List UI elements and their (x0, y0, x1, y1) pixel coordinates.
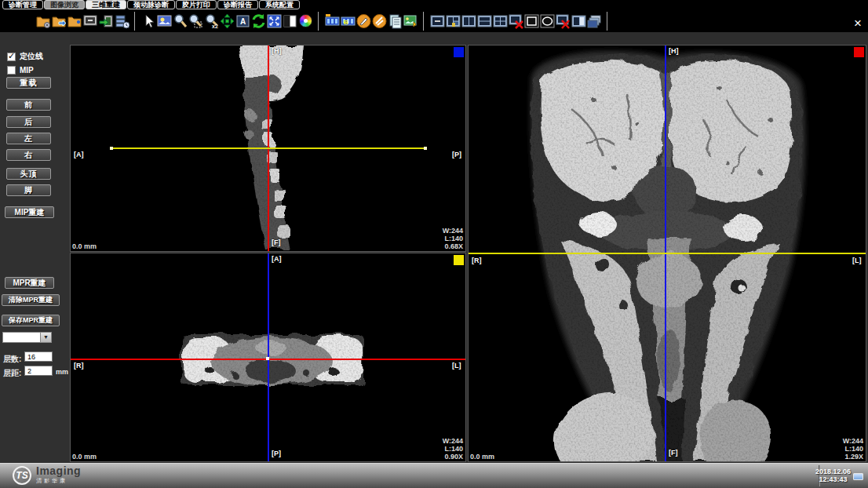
tab-system-config[interactable]: 系统配置 (259, 0, 300, 9)
logo-ts-icon: TS (13, 466, 31, 485)
batch-images-icon[interactable] (586, 13, 603, 30)
right-button[interactable]: 右 (6, 149, 51, 161)
layout-delete-icon[interactable] (508, 13, 524, 30)
viewport-sagittal[interactable]: [H] [A] [P] [F] 0.0 mm W:244 L:140 0.68X (70, 45, 466, 252)
orientation-label-f: [F] (272, 239, 281, 246)
locator-line-checkbox-row[interactable]: ✓ 定位线 (7, 51, 43, 62)
foot-button[interactable]: 脚 (6, 184, 51, 196)
menu-bar: 诊断管理 图像浏览 三维重建 颈动脉诊断 胶片打印 诊断报告 系统配置 (0, 0, 868, 10)
color-palette-icon[interactable] (297, 13, 314, 30)
series-dropdown-value (3, 333, 40, 342)
layout-compare-icon[interactable] (445, 13, 461, 30)
orientation-label-a: [A] (272, 255, 282, 263)
open-study-folder-icon[interactable] (35, 13, 52, 30)
svg-text:B: B (344, 19, 348, 26)
dropdown-arrow-icon[interactable]: ▼ (40, 333, 51, 342)
sidebar-panel: ✓ 定位线 MIP 重载 前 后 左 右 头顶 脚 MIP重建 MPR重建 清除… (0, 32, 70, 463)
layers-input[interactable] (24, 351, 53, 362)
zoom-icon[interactable] (172, 13, 188, 30)
import-folder-icon[interactable] (51, 13, 67, 30)
head-button[interactable]: 头顶 (6, 168, 51, 180)
zoom-region-icon[interactable] (188, 13, 204, 30)
roi-rect-icon[interactable] (523, 13, 540, 30)
sagittal-ruler-label: 0.0 mm (72, 242, 97, 250)
add-folder-icon[interactable] (67, 13, 83, 30)
sagittal-locator-horizontal[interactable] (111, 147, 425, 149)
zoom-2x-icon[interactable]: x2 (203, 13, 220, 30)
layout-2x2-icon[interactable] (492, 13, 509, 30)
save-mpr-button[interactable]: 保存MPR重建 (2, 315, 60, 326)
axial-crosshair-center (266, 357, 269, 360)
film-import-icon[interactable] (324, 13, 341, 30)
image-export-icon[interactable] (403, 13, 419, 30)
back-button[interactable]: 后 (6, 116, 51, 128)
reload-button[interactable]: 重载 (6, 77, 51, 89)
date-label: 2018.12.06 (815, 468, 851, 475)
mip-checkbox-row[interactable]: MIP (7, 66, 34, 75)
datetime-display: 2018.12.06 12:43:43 (815, 468, 851, 483)
left-button[interactable]: 左 (6, 133, 51, 144)
viewport-coronal[interactable]: [H] [R] [L] [F] 0.0 mm W:244 L:140 1.29X (468, 45, 866, 462)
orientation-label-h: [H] (272, 47, 282, 55)
mip-rebuild-button[interactable]: MIP重建 (5, 206, 54, 218)
brand-name: Imaging (36, 466, 81, 476)
layout-2col-icon[interactable] (461, 13, 477, 30)
coronal-locator-horizontal[interactable] (469, 253, 866, 254)
brand-logo: TS Imaging 清影华康 (13, 466, 81, 485)
image-display-icon[interactable] (156, 13, 173, 30)
spacing-unit-label: mm (56, 368, 68, 376)
annotation-icon[interactable]: A (235, 13, 251, 30)
tab-diagnosis-management[interactable]: 诊断管理 (2, 0, 43, 9)
axial-link-indicator[interactable] (454, 255, 464, 265)
coronal-link-indicator[interactable] (854, 47, 864, 57)
main-area: ✓ 定位线 MIP 重载 前 后 左 右 头顶 脚 MIP重建 MPR重建 清除… (0, 32, 868, 463)
archive-database-icon[interactable] (114, 13, 130, 30)
layout-2row-icon[interactable] (476, 13, 493, 30)
sagittal-window-level: W:244 L:140 0.68X (443, 227, 463, 250)
layers-label: 层数: (3, 354, 21, 365)
brand-subtitle: 清影华康 (36, 477, 81, 485)
tab-diagnosis-report[interactable]: 诊断报告 (217, 0, 258, 9)
checkmark-icon: ✓ (8, 51, 15, 61)
sagittal-link-indicator[interactable] (454, 47, 464, 57)
screen-settings-icon[interactable] (82, 13, 99, 30)
window-level-icon[interactable] (282, 13, 298, 30)
tab-carotid-diagnosis[interactable]: 颈动脉诊断 (127, 0, 175, 9)
refresh-icon[interactable] (250, 13, 267, 30)
orientation-label-l: [L] (852, 257, 862, 264)
tab-3d-reconstruction[interactable]: 三维重建 (86, 0, 126, 9)
tab-image-browse[interactable]: 图像浏览 (44, 0, 85, 9)
delete-roi-icon[interactable] (555, 13, 571, 30)
roi-ellipse-icon[interactable] (539, 13, 556, 30)
pan-icon[interactable] (219, 13, 235, 30)
edit-measure-icon[interactable] (356, 13, 372, 30)
mpr-rebuild-button[interactable]: MPR重建 (5, 277, 54, 289)
input-method-icon[interactable] (853, 473, 863, 480)
report-copy-icon[interactable] (387, 13, 403, 30)
coronal-ruler-label: 0.0 mm (470, 453, 494, 461)
close-window-button[interactable]: × (854, 17, 862, 30)
layout-vertical-icon[interactable] (571, 13, 587, 30)
edit-tools-icon[interactable] (371, 13, 388, 30)
series-dropdown[interactable]: ▼ (2, 332, 52, 343)
clear-mpr-button[interactable]: 清除MPR重建 (2, 294, 60, 306)
viewport-axial[interactable]: [A] [R] [L] [P] 0.0 mm W:244 L:140 0.90X (70, 253, 466, 462)
layout-single-icon[interactable] (429, 13, 446, 30)
pointer-cursor-icon[interactable] (140, 13, 157, 30)
svg-text:x2: x2 (212, 24, 218, 29)
front-button[interactable]: 前 (6, 99, 51, 111)
axial-ruler-label: 0.0 mm (72, 453, 97, 461)
film-export-icon[interactable]: B (340, 13, 356, 30)
orientation-label-f: [F] (669, 449, 678, 457)
toolbar: x2 A B (0, 10, 868, 32)
status-bar: TS Imaging 清影华康 2018.12.06 12:43:43 (0, 463, 868, 488)
export-study-icon[interactable] (98, 13, 115, 30)
orientation-label-r: [R] (472, 257, 482, 264)
orientation-label-p: [P] (272, 450, 281, 457)
tab-film-print[interactable]: 胶片打印 (176, 0, 217, 9)
orientation-label-h: [H] (669, 47, 679, 55)
locator-line-checkbox[interactable]: ✓ (7, 53, 16, 61)
mip-checkbox[interactable] (7, 66, 16, 75)
fit-to-window-icon[interactable] (266, 13, 283, 30)
spacing-input[interactable] (24, 366, 53, 376)
